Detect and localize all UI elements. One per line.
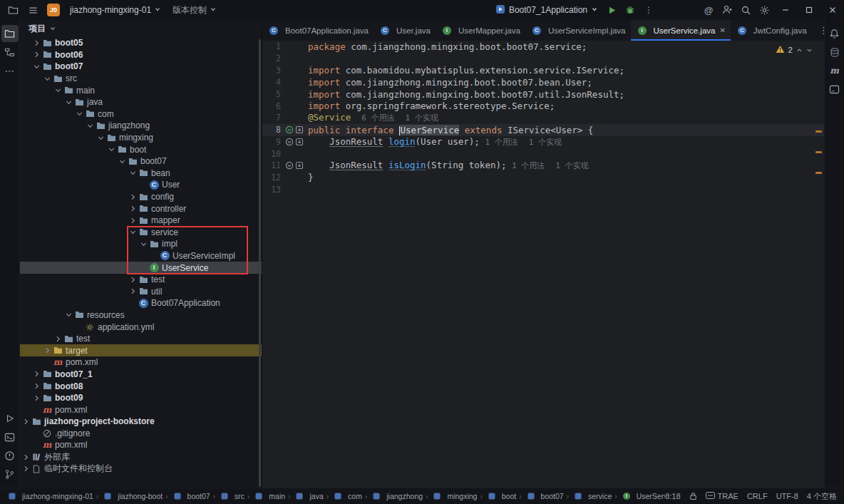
- chevron-right-icon[interactable]: [128, 205, 137, 213]
- tree-item[interactable]: boot07: [20, 61, 262, 73]
- editor-tab[interactable]: IUserMapper.java: [436, 20, 525, 41]
- breadcrumb-item[interactable]: main: [252, 492, 285, 500]
- implemented-icon[interactable]: [285, 138, 294, 146]
- tree-item[interactable]: mpom.xml: [20, 403, 262, 416]
- code-line[interactable]: 5import com.jiangzhong.mingxing.boot.boo…: [262, 88, 824, 101]
- tree-item[interactable]: jiangzhong: [20, 120, 262, 132]
- project-folder-icon[interactable]: [1, 25, 19, 42]
- prev-problem-icon[interactable]: [796, 47, 803, 53]
- tree-item[interactable]: service: [20, 227, 262, 239]
- breadcrumb-item[interactable]: com: [331, 492, 362, 500]
- app-folder-icon[interactable]: [4, 2, 21, 18]
- code-editor[interactable]: 1package com.jiangzhong.mingxing.boot.bo…: [262, 41, 824, 488]
- chevron-down-icon[interactable]: [53, 86, 62, 95]
- tree-item[interactable]: boot08: [20, 380, 262, 392]
- chevron-right-icon[interactable]: [32, 382, 41, 391]
- tree-item[interactable]: mpom.xml: [20, 439, 262, 451]
- chevron-down-icon[interactable]: [86, 121, 94, 130]
- editor-tab[interactable]: CBoot07Application.java: [262, 20, 374, 41]
- tree-item[interactable]: mpom.xml: [20, 356, 262, 369]
- tree-item[interactable]: .gitignore: [20, 428, 262, 440]
- inspection-widget[interactable]: 2: [776, 45, 813, 55]
- tree-item[interactable]: 临时文件和控制台: [20, 463, 262, 475]
- breadcrumb-item[interactable]: boot07: [171, 492, 210, 500]
- tree-item[interactable]: com: [20, 108, 262, 120]
- warning-stripe-mark[interactable]: [815, 151, 822, 153]
- tree-item[interactable]: CUserServiceImpl: [20, 250, 262, 262]
- project-panel-header[interactable]: 项目: [20, 20, 262, 37]
- tree-item[interactable]: mapper: [20, 215, 262, 227]
- code-line[interactable]: 10: [262, 148, 824, 160]
- chevron-right-icon[interactable]: [128, 192, 137, 201]
- chevron-down-icon[interactable]: [107, 145, 115, 154]
- editor-tab[interactable]: CUserServiceImpl.java: [525, 20, 631, 41]
- chevron-right-icon[interactable]: [128, 287, 137, 296]
- breadcrumb-item[interactable]: jiazhong-boot: [101, 492, 163, 500]
- tree-item[interactable]: CUser: [20, 179, 262, 191]
- chevron-down-icon[interactable]: [128, 228, 137, 237]
- terminal-icon[interactable]: [1, 428, 19, 446]
- chevron-right-icon[interactable]: [53, 334, 62, 343]
- chevron-right-icon[interactable]: [32, 38, 41, 47]
- tree-item[interactable]: src: [20, 73, 262, 85]
- tree-item[interactable]: test: [20, 274, 262, 286]
- code-line[interactable]: 1package com.jiangzhong.mingxing.boot.bo…: [262, 41, 824, 53]
- implementations-icon[interactable]: [295, 138, 304, 146]
- chevron-right-icon[interactable]: [32, 394, 41, 402]
- code-line[interactable]: 8public interface UserService extends IS…: [262, 124, 824, 136]
- tree-item[interactable]: test: [20, 333, 262, 345]
- breadcrumb-item[interactable]: jiangzhong: [370, 492, 423, 500]
- chevron-down-icon[interactable]: [32, 62, 41, 71]
- more-actions-icon[interactable]: ⋮: [639, 2, 658, 18]
- lock-icon[interactable]: [689, 492, 697, 500]
- chevron-right-icon[interactable]: [21, 453, 30, 461]
- chevron-down-icon[interactable]: [118, 157, 126, 165]
- chevron-right-icon[interactable]: [21, 417, 30, 426]
- ide-badge[interactable]: TRAE: [706, 492, 738, 500]
- ai-mention-icon[interactable]: @: [699, 2, 718, 18]
- code-line[interactable]: 9 JsonResult login(User user); 1 个用法 1 个…: [262, 136, 824, 148]
- implementations-icon[interactable]: [295, 161, 304, 170]
- chevron-right-icon[interactable]: [21, 465, 30, 473]
- minimize-button[interactable]: [773, 0, 797, 20]
- run-button[interactable]: [602, 2, 621, 18]
- search-icon[interactable]: [736, 2, 755, 18]
- problems-icon[interactable]: [1, 447, 19, 464]
- encoding-indicator[interactable]: UTF-8: [776, 492, 798, 500]
- breadcrumb-item[interactable]: java: [293, 492, 323, 500]
- line-ending-indicator[interactable]: CRLF: [747, 492, 768, 500]
- warning-stripe-mark[interactable]: [815, 130, 822, 133]
- warning-stripe-mark[interactable]: [815, 172, 822, 174]
- implemented-icon[interactable]: [285, 125, 294, 134]
- structure-icon[interactable]: [1, 43, 19, 61]
- tree-item[interactable]: boot07: [20, 155, 262, 168]
- breadcrumb-item[interactable]: jiazhong-mingxing-01: [6, 492, 93, 500]
- chevron-down-icon[interactable]: [128, 169, 137, 178]
- tree-item[interactable]: boot09: [20, 392, 262, 404]
- tree-item[interactable]: util: [20, 285, 262, 297]
- indent-indicator[interactable]: 4 个空格: [807, 491, 837, 502]
- code-line[interactable]: 6import org.springframework.stereotype.S…: [262, 100, 824, 112]
- more-icon[interactable]: ⋯: [1, 62, 19, 79]
- implemented-icon[interactable]: [285, 161, 294, 170]
- tree-item[interactable]: boot05: [20, 37, 262, 49]
- chevron-right-icon[interactable]: [32, 370, 41, 379]
- tree-item[interactable]: resources: [20, 309, 262, 322]
- project-scrollbar[interactable]: [259, 39, 261, 487]
- chevron-right-icon[interactable]: [128, 216, 137, 225]
- debug-button[interactable]: [621, 2, 639, 18]
- chevron-down-icon[interactable]: [75, 110, 83, 118]
- run-config-selector[interactable]: Boot07_1Application: [491, 3, 602, 18]
- maven-icon[interactable]: m: [826, 62, 843, 79]
- git-branch-icon[interactable]: [1, 466, 19, 483]
- code-line[interactable]: 3import com.baomidou.mybatisplus.extensi…: [262, 64, 824, 76]
- tree-item[interactable]: main: [20, 84, 262, 96]
- main-menu-icon[interactable]: [24, 2, 41, 18]
- chevron-down-icon[interactable]: [96, 133, 105, 142]
- maximize-button[interactable]: [797, 0, 820, 20]
- tree-item[interactable]: boot07_1: [20, 369, 262, 381]
- breadcrumb-item[interactable]: service: [572, 492, 612, 500]
- chevron-down-icon[interactable]: [64, 98, 73, 106]
- chevron-down-icon[interactable]: [43, 74, 51, 83]
- code-line[interactable]: 2: [262, 53, 824, 65]
